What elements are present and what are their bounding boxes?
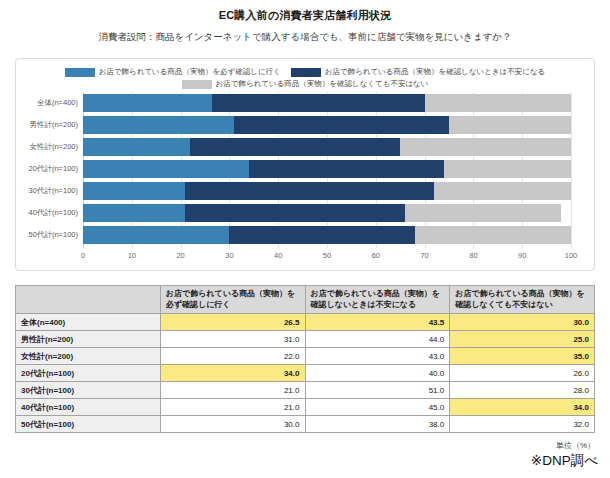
bar-segment: [212, 94, 424, 112]
x-axis-tick: 50: [323, 251, 331, 260]
table-row-label: 全体(n=400): [16, 314, 161, 331]
chart-row: 30代計(n=100): [16, 182, 571, 200]
chart-row-label: 40代計(n=100): [16, 208, 83, 218]
table-value-cell: 43.5: [305, 314, 450, 331]
table-row: 30代計(n=100)21.051.028.0: [16, 382, 595, 399]
x-axis: 0102030405060708090100: [83, 251, 571, 263]
table-value-cell: 30.0: [450, 314, 595, 331]
table-row: 40代計(n=100)21.045.034.0: [16, 399, 595, 416]
table-row-label: 30代計(n=100): [16, 382, 161, 399]
bar-segment: [83, 116, 234, 134]
table-value-cell: 34.0: [450, 399, 595, 416]
x-axis-tick: 70: [420, 251, 428, 260]
legend-swatch-icon: [291, 68, 321, 77]
stacked-bar-chart-panel: お店で飾られている商品（実物）を必ず確認しに行くお店で飾られている商品（実物）を…: [15, 58, 595, 271]
table-row: 20代計(n=100)34.040.026.0: [16, 365, 595, 382]
chart-row-label: 20代計(n=100): [16, 164, 83, 174]
chart-row: 20代計(n=100): [16, 160, 571, 178]
bar-track: [83, 94, 571, 112]
legend-label: お店で飾られている商品（実物）を確認しないときは不安になる: [325, 67, 546, 77]
legend-swatch-icon: [65, 68, 95, 77]
source-note: ※DNP調べ: [531, 452, 598, 470]
x-axis-tick: 90: [518, 251, 526, 260]
bar-segment: [234, 116, 449, 134]
x-axis-tick: 100: [565, 251, 578, 260]
table-row: 男性計(n=200)31.044.025.0: [16, 331, 595, 348]
x-axis-tick: 10: [128, 251, 136, 260]
legend-item: お店で飾られている商品（実物）を確認しなくても不安はない: [182, 79, 429, 89]
results-table: お店で飾られている商品（実物）を必ず確認しに行くお店で飾られている商品（実物）を…: [15, 285, 595, 433]
page-title: EC購入前の消費者実店舗利用状況: [0, 8, 610, 23]
table-row-label: 男性計(n=200): [16, 331, 161, 348]
bar-segment: [400, 138, 571, 156]
table-value-cell: 31.0: [160, 331, 305, 348]
bar-segment: [405, 204, 561, 222]
x-axis-tick: 60: [372, 251, 380, 260]
bar-segment: [83, 160, 249, 178]
chart-row: 男性計(n=200): [16, 116, 571, 134]
table-value-cell: 38.0: [305, 416, 450, 433]
table-value-cell: 22.0: [160, 348, 305, 365]
chart-row: 40代計(n=100): [16, 204, 571, 222]
bar-segment: [185, 182, 434, 200]
table-value-cell: 21.0: [160, 399, 305, 416]
legend-item: お店で飾られている商品（実物）を確認しないときは不安になる: [291, 67, 546, 77]
table-row: 全体(n=400)26.543.530.0: [16, 314, 595, 331]
table-row-label: 40代計(n=100): [16, 399, 161, 416]
bar-track: [83, 226, 571, 244]
chart-legend: お店で飾られている商品（実物）を必ず確認しに行くお店で飾られている商品（実物）を…: [16, 67, 594, 89]
bar-segment: [434, 182, 571, 200]
table-column-header: お店で飾られている商品（実物）を必ず確認しに行く: [160, 286, 305, 314]
legend-label: お店で飾られている商品（実物）を必ず確認しに行く: [99, 67, 281, 77]
table-header-row: お店で飾られている商品（実物）を必ず確認しに行くお店で飾られている商品（実物）を…: [16, 286, 595, 314]
table-value-cell: 26.0: [450, 365, 595, 382]
x-axis-tick: 40: [274, 251, 282, 260]
bar-segment: [83, 94, 212, 112]
bar-segment: [185, 204, 405, 222]
bar-segment: [229, 226, 414, 244]
table-value-cell: 51.0: [305, 382, 450, 399]
survey-question-subtitle: 消費者設問：商品をインターネットで購入する場合でも、事前に店舗で実物を見にいきま…: [0, 31, 610, 44]
table-row-label: 女性計(n=200): [16, 348, 161, 365]
chart-row-label: 男性計(n=200): [16, 120, 83, 130]
bar-segment: [444, 160, 571, 178]
bar-segment: [425, 94, 571, 112]
x-axis-tick: 80: [469, 251, 477, 260]
bar-segment: [190, 138, 400, 156]
table-value-cell: 35.0: [450, 348, 595, 365]
legend-item: お店で飾られている商品（実物）を必ず確認しに行く: [65, 67, 281, 77]
legend-swatch-icon: [182, 80, 212, 89]
bar-track: [83, 182, 571, 200]
table-value-cell: 34.0: [160, 365, 305, 382]
bar-segment: [449, 116, 571, 134]
table-value-cell: 21.0: [160, 382, 305, 399]
bar-segment: [83, 182, 185, 200]
table-corner-cell: [16, 286, 161, 314]
bar-segment: [83, 204, 185, 222]
bar-segment: [83, 138, 190, 156]
x-axis-tick: 30: [225, 251, 233, 260]
table-value-cell: 28.0: [450, 382, 595, 399]
bar-segment: [249, 160, 444, 178]
legend-label: お店で飾られている商品（実物）を確認しなくても不安はない: [216, 79, 429, 89]
chart-row-label: 30代計(n=100): [16, 186, 83, 196]
bar-track: [83, 138, 571, 156]
bar-segment: [415, 226, 571, 244]
chart-bars: 全体(n=400)男性計(n=200)女性計(n=200)20代計(n=100)…: [16, 94, 571, 244]
chart-plot-area: 全体(n=400)男性計(n=200)女性計(n=200)20代計(n=100)…: [16, 94, 594, 270]
bar-track: [83, 204, 571, 222]
chart-row: 50代計(n=100): [16, 226, 571, 244]
table-row: 女性計(n=200)22.043.035.0: [16, 348, 595, 365]
bar-segment: [83, 226, 229, 244]
chart-row-label: 50代計(n=100): [16, 230, 83, 240]
chart-row: 全体(n=400): [16, 94, 571, 112]
x-axis-tick: 0: [81, 251, 85, 260]
table-value-cell: 43.0: [305, 348, 450, 365]
table-value-cell: 32.0: [450, 416, 595, 433]
table-row: 50代計(n=100)30.038.032.0: [16, 416, 595, 433]
bar-track: [83, 160, 571, 178]
table-column-header: お店で飾られている商品（実物）を確認しなくても不安はない: [450, 286, 595, 314]
gridline: [571, 92, 572, 248]
x-axis-tick: 20: [176, 251, 184, 260]
chart-row: 女性計(n=200): [16, 138, 571, 156]
